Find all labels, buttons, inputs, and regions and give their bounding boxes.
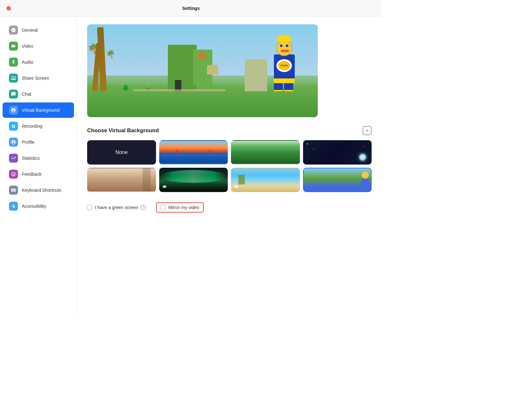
green-screen-help[interactable]: ? — [141, 205, 146, 210]
mirror-video-checkbox[interactable] — [160, 205, 166, 210]
virtual-background-preview: 🌴 🌴 — [87, 24, 318, 117]
background-space[interactable] — [303, 140, 372, 165]
sidebar-label-profile: Profile — [22, 140, 35, 145]
sidebar-item-chat[interactable]: Chat — [3, 86, 74, 102]
sidebar-item-audio[interactable]: Audio — [3, 54, 74, 70]
main-layout: General Video Audio Share Screen — [0, 17, 382, 314]
background-grass[interactable] — [231, 140, 300, 165]
sidebar-item-keyboard-shortcuts[interactable]: Keyboard Shortcuts — [3, 182, 74, 198]
sidebar-label-recording: Recording — [22, 124, 42, 129]
sidebar-item-video[interactable]: Video — [3, 38, 74, 54]
accessibility-icon — [9, 202, 18, 211]
video-icon-aurora — [162, 184, 167, 190]
background-golden-gate[interactable] — [159, 140, 228, 165]
feedback-icon — [9, 170, 18, 179]
sidebar-item-recording[interactable]: Recording — [3, 118, 74, 134]
footer-options: I have a green screen ? Mirror my video — [87, 202, 372, 213]
video-icon — [9, 42, 18, 51]
sidebar-item-statistics[interactable]: Statistics — [3, 150, 74, 166]
preview-scene: 🌴 🌴 — [87, 24, 318, 117]
section-heading: Choose Virtual Background — [87, 126, 372, 135]
audio-icon — [9, 58, 18, 67]
none-label: None — [115, 149, 128, 155]
background-beach[interactable] — [231, 168, 300, 192]
sidebar-label-chat: Chat — [22, 92, 31, 97]
sidebar-item-general[interactable]: General — [3, 22, 74, 38]
share-screen-icon — [9, 74, 18, 83]
sidebar-label-share-screen: Share Screen — [22, 76, 49, 81]
section-title: Choose Virtual Background — [87, 127, 159, 134]
svg-point-1 — [12, 125, 14, 127]
sidebar-item-feedback[interactable]: Feedback — [3, 166, 74, 182]
virtual-background-icon — [9, 106, 18, 115]
background-sjsu[interactable] — [303, 168, 372, 192]
statistics-icon — [9, 154, 18, 163]
add-background-button[interactable] — [363, 126, 372, 135]
sidebar-label-audio: Audio — [22, 60, 33, 65]
green-screen-checkbox[interactable] — [87, 205, 92, 210]
sidebar-label-general: General — [22, 28, 38, 33]
chat-icon — [9, 90, 18, 99]
recording-icon — [9, 122, 18, 131]
green-screen-row: I have a green screen ? — [87, 205, 146, 210]
sidebar-label-feedback: Feedback — [22, 172, 41, 177]
sidebar-label-statistics: Statistics — [22, 156, 40, 161]
sidebar-label-virtual-background: Virtual Background — [22, 108, 60, 113]
profile-icon — [9, 138, 18, 147]
content-area: 🌴 🌴 — [77, 17, 382, 314]
svg-point-2 — [13, 204, 14, 205]
background-none[interactable]: None — [87, 140, 156, 165]
sidebar-label-video: Video — [22, 44, 33, 49]
background-aurora[interactable] — [159, 168, 228, 192]
sidebar-item-share-screen[interactable]: Share Screen — [3, 70, 74, 86]
sidebar-item-accessibility[interactable]: Accessibility — [3, 198, 74, 214]
video-icon-beach — [234, 184, 239, 190]
sidebar: General Video Audio Share Screen — [0, 17, 77, 314]
general-icon — [9, 26, 18, 35]
keyboard-icon — [9, 186, 18, 195]
mirror-video-label: Mirror my video — [168, 205, 199, 210]
sidebar-label-keyboard-shortcuts: Keyboard Shortcuts — [22, 188, 61, 193]
window-title: Settings — [182, 6, 200, 11]
sidebar-item-profile[interactable]: Profile — [3, 134, 74, 150]
background-room[interactable] — [87, 168, 156, 192]
green-screen-label: I have a green screen — [95, 205, 138, 210]
sidebar-label-accessibility: Accessibility — [22, 204, 46, 209]
mirror-video-row: Mirror my video — [156, 202, 203, 213]
title-bar: Settings — [0, 0, 382, 17]
sidebar-item-virtual-background[interactable]: Virtual Background — [3, 102, 74, 118]
close-button[interactable] — [6, 6, 11, 11]
background-grid: None — [87, 140, 372, 192]
